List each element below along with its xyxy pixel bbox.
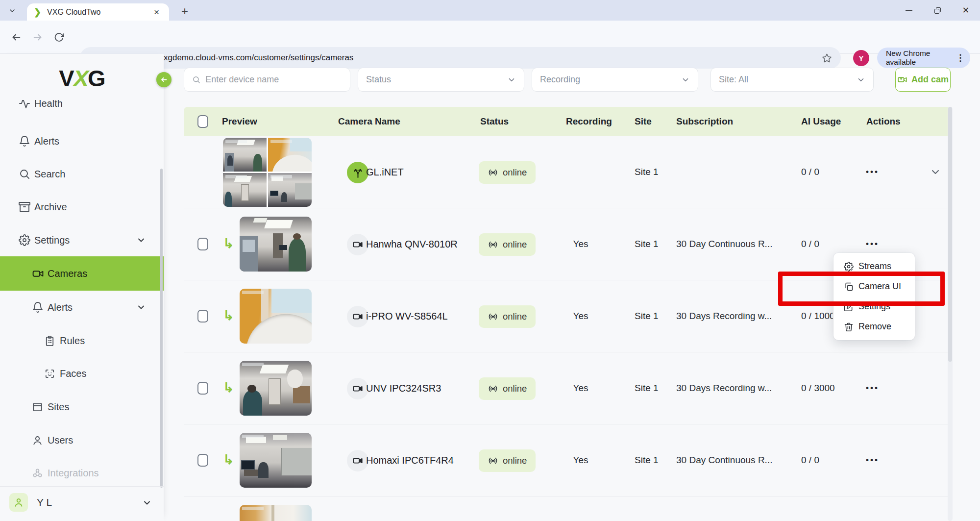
tab-search-button[interactable] [5,4,20,18]
camera-name[interactable]: i-PRO WV-S8564L [366,311,448,322]
tab-title: VXG CloudTwo [47,8,151,17]
window-maximize-button[interactable] [923,0,952,21]
status-filter-dropdown[interactable]: Status [358,68,524,92]
sidebar-item-rules[interactable]: Rules [0,329,164,352]
reload-button[interactable] [54,32,64,42]
camera-type-icon [347,450,368,471]
col-actions: Actions [866,116,901,127]
table-row[interactable] [184,496,951,521]
ai-usage-cell: 0 / 1000 [801,311,835,322]
camera-thumbnail[interactable] [240,217,312,272]
sidebar-item-archive[interactable]: Archive [0,195,164,219]
content-scrollbar[interactable] [948,107,953,521]
table-row[interactable]: ↳ UNV IPC324SR3 online Yes Site 1 30 Day… [184,352,951,424]
sidebar-item-faces[interactable]: Faces [0,362,164,385]
sidebar-item-settings[interactable]: Settings [0,228,164,252]
clipboard-icon [44,335,56,347]
sidebar-item-alerts-sub[interactable]: Alerts [0,296,164,319]
row-checkbox[interactable] [197,238,208,250]
scrollbar-thumb[interactable] [948,107,952,362]
camera-thumbnail[interactable] [240,289,312,344]
row-expand-chevron-icon[interactable] [930,166,941,178]
camera-type-icon [347,378,368,399]
row-checkbox[interactable] [197,382,208,395]
recording-cell: Yes [564,311,598,322]
recording-cell: Yes [564,239,598,249]
back-button[interactable] [11,32,22,43]
row-actions-button[interactable]: ••• [863,380,882,396]
sidebar-item-search[interactable]: Search [0,162,164,186]
chevron-down-icon [8,7,16,15]
tab-close-icon[interactable]: × [151,6,162,18]
add-cam-button[interactable]: Add cam [895,68,951,92]
sidebar-item-health[interactable]: Health [0,100,164,115]
archive-icon [19,201,30,213]
ai-usage-cell: 0 / 0 [801,167,819,177]
site-filter-dropdown[interactable]: Site: All [710,68,874,92]
trash-icon [844,322,854,332]
window-close-button[interactable]: ✕ [952,0,980,21]
menu-item-streams[interactable]: Streams [833,256,915,276]
broadcast-icon [488,167,498,178]
device-search-field[interactable] [184,68,350,92]
video-camera-icon [32,268,44,280]
chevron-down-icon [681,75,690,84]
row-actions-button[interactable]: ••• [863,164,882,180]
site-cell: Site 1 [635,166,663,178]
user-icon [32,435,44,446]
sidebar-item-cameras[interactable]: Cameras [0,256,164,291]
sidebar-item-users[interactable]: Users [0,428,164,452]
window-minimize-button[interactable] [895,0,923,21]
search-icon [19,168,30,180]
col-preview: Preview [222,116,257,127]
window-icon [32,401,44,413]
camera-name[interactable]: Homaxi IPC6TF4R4 [366,455,454,466]
chevron-down-icon [136,302,146,312]
reload-icon [54,32,64,42]
table-row[interactable]: ↳ Homaxi IPC6TF4R4 online Yes Site 1 30 … [184,424,951,496]
forward-button[interactable] [32,32,43,43]
url-text[interactable]: cloudtwo-prod.vxgdemo.cloud-vms.com/cust… [105,53,822,63]
camera-thumbnail-grid[interactable] [223,138,312,207]
add-camera-icon [897,74,907,85]
chevron-down-icon [136,235,146,245]
menu-item-remove[interactable]: Remove [833,317,915,337]
row-checkbox[interactable] [197,310,208,323]
sidebar-item-integrations[interactable]: Integrations [0,461,164,485]
status-badge: online [479,377,536,400]
menu-item-settings[interactable]: Settings [833,297,915,317]
browser-tab[interactable]: ❯ VXG CloudTwo × [27,3,169,21]
profile-avatar[interactable]: Y [853,50,869,66]
camera-thumbnail[interactable] [240,433,312,488]
sidebar-scrollbar[interactable] [160,169,163,488]
bookmark-star-icon[interactable] [822,53,832,63]
address-bar[interactable]: cloudtwo-prod.vxgdemo.cloud-vms.com/cust… [80,47,841,69]
row-actions-button[interactable]: ••• [863,236,882,252]
menu-item-camera-ui[interactable]: Camera UI [833,276,915,297]
copy-window-icon [844,282,854,292]
select-all-checkbox[interactable] [197,115,208,128]
camera-name[interactable]: UNV IPC324SR3 [366,383,441,394]
camera-name[interactable]: Hanwha QNV-8010R [366,239,458,250]
arrow-left-icon [160,75,168,84]
col-subscription: Subscription [676,116,733,127]
camera-thumbnail[interactable] [240,361,312,416]
sidebar-item-sites[interactable]: Sites [0,395,164,419]
row-checkbox[interactable] [197,454,208,467]
sidebar-collapse-button[interactable] [156,72,172,87]
sub-device-arrow-icon: ↳ [223,452,234,468]
vxg-favicon-icon: ❯ [34,7,41,18]
recording-filter-dropdown[interactable]: Recording [532,68,698,92]
user-menu[interactable]: Y L [0,492,164,516]
new-tab-button[interactable]: + [176,3,193,19]
table-row[interactable]: GL.iNET online Site 1 0 / 0 ••• [184,136,951,208]
camera-thumbnail[interactable] [240,505,312,521]
row-actions-button[interactable]: ••• [863,452,882,468]
browser-toolbar: cloudtwo-prod.vxgdemo.cloud-vms.com/cust… [0,21,980,54]
minimize-icon [906,10,912,11]
new-chrome-available-button[interactable]: New Chrome available ⋮ [877,48,970,68]
browser-menu-icon[interactable]: ⋮ [956,52,965,63]
search-input[interactable] [205,74,342,85]
sidebar-item-alerts[interactable]: Alerts [0,129,164,153]
camera-name[interactable]: GL.iNET [366,167,404,178]
